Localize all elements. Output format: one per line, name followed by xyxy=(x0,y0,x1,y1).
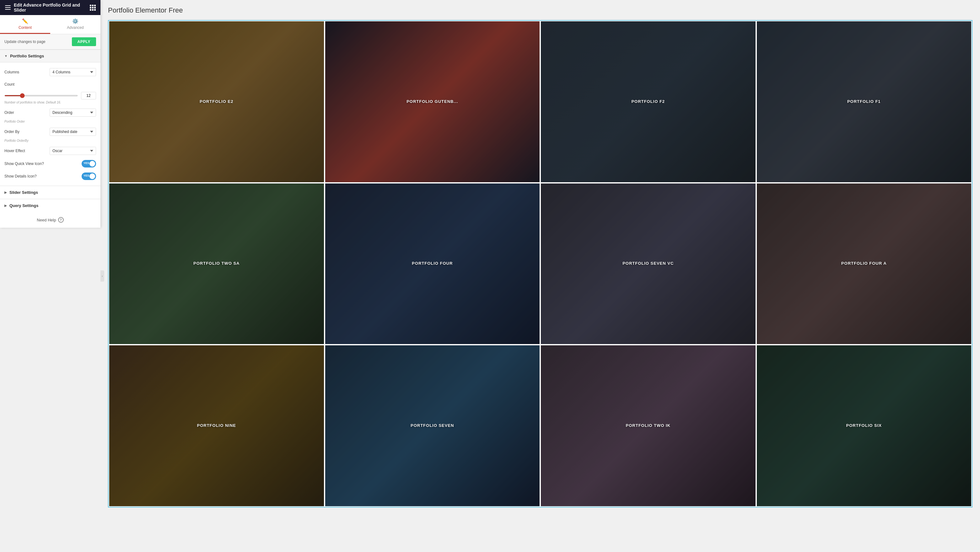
quick-view-toggle-wrap: YES xyxy=(44,160,96,168)
details-icon-row: Show Details Icon? YES xyxy=(0,170,100,182)
tab-content[interactable]: ✏️ Content xyxy=(0,15,50,34)
order-select[interactable]: Descending Ascending xyxy=(49,108,96,117)
quick-view-row: Show Quick View Icon? YES xyxy=(0,157,100,170)
portfolio-item[interactable]: PORTFOLIO E2 xyxy=(109,21,324,182)
count-slider-row: 12 xyxy=(0,90,100,100)
portfolio-item[interactable]: PORTFOLIO SEVEN xyxy=(325,345,540,506)
portfolio-item[interactable]: PORTFOLIO GUTENB... xyxy=(325,21,540,182)
portfolio-settings-header[interactable]: ▼ Portfolio Settings xyxy=(0,49,100,62)
sidebar-header: Edit Advance Portfolio Grid and Slider xyxy=(0,0,100,15)
portfolio-item-title: PORTFOLIO GUTENB... xyxy=(404,98,460,106)
count-slider-container: 12 xyxy=(5,92,96,100)
portfolio-item-title: PORTFOLIO F1 xyxy=(845,98,883,106)
portfolio-item[interactable]: PORTFOLIO F1 xyxy=(757,21,972,182)
portfolio-item[interactable]: PORTFOLIO FOUR xyxy=(325,184,540,344)
portfolio-item[interactable]: PORTFOLIO TWO SA xyxy=(109,184,324,344)
slider-settings-section[interactable]: ▶ Slider Settings xyxy=(0,186,100,199)
portfolio-item[interactable]: PORTFOLIO SIX xyxy=(757,345,972,506)
portfolio-item[interactable]: PORTFOLIO F2 xyxy=(541,21,756,182)
content-tab-icon: ✏️ xyxy=(22,18,28,24)
portfolio-item-title: PORTFOLIO SEVEN xyxy=(408,422,457,430)
portfolio-item-title: PORTFOLIO FOUR A xyxy=(839,260,889,268)
main-content: Portfolio Elementor Free PORTFOLIO E2 PO… xyxy=(100,0,980,552)
hover-effect-row: Hover Effect Oscar Apollo Jazz Moses Her… xyxy=(0,144,100,157)
collapse-handle[interactable]: ‹ xyxy=(100,270,104,282)
apps-icon[interactable] xyxy=(90,5,95,11)
sidebar-title: Edit Advance Portfolio Grid and Slider xyxy=(14,3,90,13)
need-help-label: Need Help xyxy=(37,218,56,222)
order-control: Descending Ascending xyxy=(30,108,96,117)
hamburger-icon[interactable] xyxy=(5,5,11,10)
count-label: Count xyxy=(5,82,30,87)
query-settings-section[interactable]: ▶ Query Settings xyxy=(0,199,100,212)
help-circle-icon: ? xyxy=(58,217,64,223)
count-helper: Number of portfolios to show. Default 16… xyxy=(0,100,100,106)
details-icon-label: Show Details Icon? xyxy=(5,174,37,178)
order-helper: Portfolio Order xyxy=(0,119,100,125)
count-value-input[interactable]: 12 xyxy=(81,92,96,100)
order-by-helper: Portfolio OrderBy xyxy=(0,138,100,144)
slider-settings-chevron: ▶ xyxy=(5,191,7,194)
portfolio-item[interactable]: PORTFOLIO FOUR A xyxy=(757,184,972,344)
query-settings-chevron: ▶ xyxy=(5,204,7,207)
portfolio-item-title: PORTFOLIO F2 xyxy=(629,98,667,106)
order-label: Order xyxy=(5,110,30,115)
portfolio-item-title: PORTFOLIO TWO IK xyxy=(624,422,673,430)
hover-effect-label: Hover Effect xyxy=(5,149,30,153)
hover-effect-select[interactable]: Oscar Apollo Jazz Moses Hera xyxy=(49,147,96,155)
tab-advanced-label: Advanced xyxy=(67,25,83,30)
header-left: Edit Advance Portfolio Grid and Slider xyxy=(5,3,90,13)
count-row: Count xyxy=(0,79,100,90)
portfolio-settings-label: Portfolio Settings xyxy=(10,54,44,58)
sidebar: Edit Advance Portfolio Grid and Slider ✏… xyxy=(0,0,100,228)
tab-content-label: Content xyxy=(19,25,32,30)
need-help[interactable]: Need Help ? xyxy=(0,212,100,228)
portfolio-item-title: PORTFOLIO TWO SA xyxy=(191,260,242,268)
portfolio-item[interactable]: PORTFOLIO SEVEN VC xyxy=(541,184,756,344)
page-title: Portfolio Elementor Free xyxy=(108,6,972,14)
quick-view-label: Show Quick View Icon? xyxy=(5,162,44,166)
apply-bar: Update changes to page APPLY xyxy=(0,34,100,49)
portfolio-item[interactable]: PORTFOLIO NINE xyxy=(109,345,324,506)
order-row: Order Descending Ascending xyxy=(0,106,100,119)
apply-bar-text: Update changes to page xyxy=(5,40,46,44)
query-settings-label: Query Settings xyxy=(10,203,38,208)
count-range-input[interactable] xyxy=(5,95,78,96)
portfolio-grid: PORTFOLIO E2 PORTFOLIO GUTENB... PORTFOL… xyxy=(108,20,972,508)
apply-button[interactable]: APPLY xyxy=(72,37,96,46)
columns-label: Columns xyxy=(5,70,30,75)
quick-view-toggle[interactable]: YES xyxy=(82,160,96,168)
portfolio-item[interactable]: PORTFOLIO TWO IK xyxy=(541,345,756,506)
portfolio-settings-chevron: ▼ xyxy=(5,54,8,58)
portfolio-item-title: PORTFOLIO SIX xyxy=(844,422,884,430)
columns-control: 4 Columns 1 Column 2 Columns 3 Columns 5… xyxy=(30,68,96,76)
hover-effect-control: Oscar Apollo Jazz Moses Hera xyxy=(30,147,96,155)
details-icon-toggle[interactable]: YES xyxy=(82,173,96,180)
portfolio-item-title: PORTFOLIO E2 xyxy=(197,98,236,106)
details-icon-toggle-wrap: YES xyxy=(37,173,96,180)
columns-select[interactable]: 4 Columns 1 Column 2 Columns 3 Columns 5… xyxy=(49,68,96,76)
advanced-tab-icon: ⚙️ xyxy=(72,18,78,24)
portfolio-item-title: PORTFOLIO FOUR xyxy=(409,260,455,268)
order-by-control: Published date Title Modified date Rando… xyxy=(30,128,96,136)
slider-settings-label: Slider Settings xyxy=(10,190,38,195)
order-by-label: Order By xyxy=(5,130,30,134)
order-by-row: Order By Published date Title Modified d… xyxy=(0,125,100,138)
portfolio-item-title: PORTFOLIO NINE xyxy=(195,422,239,430)
order-by-select[interactable]: Published date Title Modified date Rando… xyxy=(49,128,96,136)
columns-row: Columns 4 Columns 1 Column 2 Columns 3 C… xyxy=(0,65,100,79)
portfolio-settings-body: Columns 4 Columns 1 Column 2 Columns 3 C… xyxy=(0,62,100,186)
sidebar-tabs: ✏️ Content ⚙️ Advanced xyxy=(0,15,100,34)
tab-advanced[interactable]: ⚙️ Advanced xyxy=(50,15,100,34)
portfolio-item-title: PORTFOLIO SEVEN VC xyxy=(620,260,676,268)
